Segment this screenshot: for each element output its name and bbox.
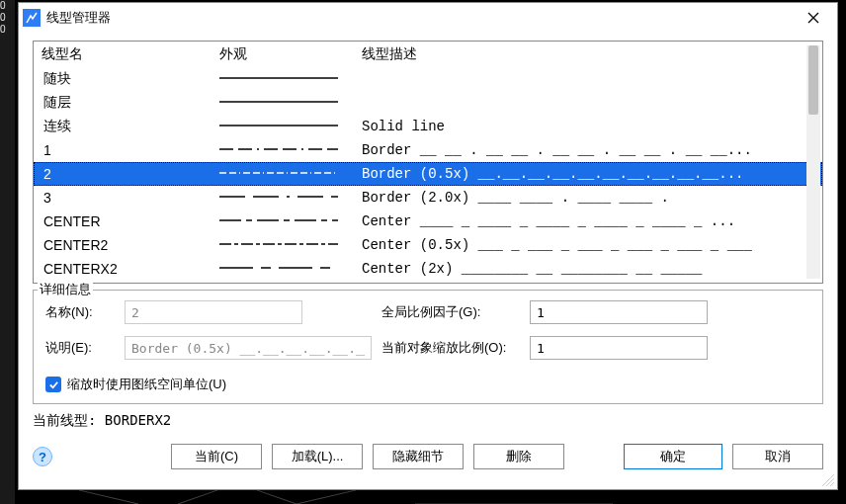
title-bar: 线型管理器 xyxy=(19,3,837,33)
row-name: 随层 xyxy=(34,94,219,112)
current-linetype-value: BORDERX2 xyxy=(105,412,171,428)
list-scrollbar[interactable] xyxy=(806,45,820,279)
row-name: 3 xyxy=(34,190,219,206)
row-desc: Border (2.0x) ____ ____ . ____ ____ . xyxy=(358,190,822,206)
table-row[interactable]: 3Border (2.0x) ____ ____ . ____ ____ . xyxy=(34,186,822,210)
row-name: 2 xyxy=(34,166,219,182)
object-scale-label: 当前对象缩放比例(O): xyxy=(381,339,530,357)
background-cad-lines xyxy=(20,490,830,504)
paperspace-check-row[interactable]: 缩放时使用图纸空间单位(U) xyxy=(45,376,727,393)
row-name: CENTERX2 xyxy=(34,261,219,277)
close-icon xyxy=(807,12,819,24)
scrollbar-thumb[interactable] xyxy=(808,45,818,115)
row-appearance xyxy=(219,142,358,159)
header-appearance[interactable]: 外观 xyxy=(219,45,358,63)
row-appearance xyxy=(219,119,358,135)
background-ruler: 0 0 0 xyxy=(0,0,15,504)
row-desc: Border __ __ . __ __ . __ __ . __ __ . _… xyxy=(358,142,822,158)
row-appearance xyxy=(219,95,358,112)
global-scale-label: 全局比例因子(G): xyxy=(381,303,530,321)
row-desc: Center ____ _ ____ _ ____ _ ____ _ ____ … xyxy=(358,213,822,229)
row-appearance xyxy=(219,166,358,183)
row-name: CENTER2 xyxy=(34,237,219,253)
list-header: 线型名 外观 线型描述 xyxy=(34,42,822,67)
table-row[interactable]: CENTER2Center (0.5x) ___ _ ___ _ ___ _ _… xyxy=(34,233,822,257)
linetype-list: 线型名 外观 线型描述 随块随层连续Solid line1Border __ _… xyxy=(33,41,823,284)
table-row[interactable]: 连续Solid line xyxy=(34,115,822,138)
app-icon xyxy=(23,9,41,27)
linetype-manager-dialog: 线型管理器 线型名 外观 线型描述 随块随层连续Solid line1Borde… xyxy=(18,2,838,490)
close-button[interactable] xyxy=(794,4,833,32)
button-bar: ? 当前(C) 加载(L)... 隐藏细节 删除 确定 取消 xyxy=(19,438,837,479)
detail-fieldset: 详细信息 名称(N): 全局比例因子(G): 说明(E): 当前对象缩放比例(O… xyxy=(33,290,823,404)
object-scale-field[interactable] xyxy=(530,336,708,360)
row-name: 随块 xyxy=(34,70,219,88)
row-desc: Solid line xyxy=(358,119,822,134)
header-desc[interactable]: 线型描述 xyxy=(358,45,822,63)
row-name: 1 xyxy=(34,142,219,158)
paperspace-checkbox[interactable] xyxy=(45,377,61,392)
name-label: 名称(N): xyxy=(45,303,125,321)
table-row[interactable]: 2Border (0.5x) __.__.__.__.__.__.__.__._… xyxy=(34,162,822,186)
cancel-button[interactable]: 取消 xyxy=(732,444,823,469)
row-desc: Center (2x) ________ __ ________ __ ____… xyxy=(358,261,822,277)
global-scale-field[interactable] xyxy=(530,300,708,324)
table-row[interactable]: CENTERCenter ____ _ ____ _ ____ _ ____ _… xyxy=(34,210,822,233)
table-row[interactable]: 随层 xyxy=(34,91,822,115)
current-linetype: 当前线型: BORDERX2 xyxy=(33,408,823,438)
row-name: CENTER xyxy=(34,213,219,229)
load-button[interactable]: 加载(L)... xyxy=(272,444,363,469)
row-appearance xyxy=(219,237,358,254)
current-linetype-label: 当前线型: xyxy=(33,412,105,428)
ok-button[interactable]: 确定 xyxy=(624,444,722,469)
table-row[interactable]: 随块 xyxy=(34,67,822,91)
row-desc: Center (0.5x) ___ _ ___ _ ___ _ ___ _ __… xyxy=(358,237,822,253)
row-desc: Border (0.5x) __.__.__.__.__.__.__.__.__… xyxy=(358,166,822,182)
header-name[interactable]: 线型名 xyxy=(34,45,219,63)
table-row[interactable]: CENTERX2Center (2x) ________ __ ________… xyxy=(34,257,822,281)
paperspace-check-label: 缩放时使用图纸空间单位(U) xyxy=(67,376,226,393)
detail-legend: 详细信息 xyxy=(38,281,93,298)
row-appearance xyxy=(219,190,358,207)
table-row[interactable]: 1Border __ __ . __ __ . __ __ . __ __ . … xyxy=(34,138,822,162)
dialog-title: 线型管理器 xyxy=(46,9,794,27)
desc-label: 说明(E): xyxy=(45,339,125,357)
current-button[interactable]: 当前(C) xyxy=(171,444,262,469)
row-appearance xyxy=(219,71,358,88)
check-icon xyxy=(48,379,59,390)
row-appearance xyxy=(219,213,358,230)
row-name: 连续 xyxy=(34,118,219,135)
hide-detail-button[interactable]: 隐藏细节 xyxy=(373,444,464,469)
delete-button[interactable]: 删除 xyxy=(473,444,564,469)
resize-grip-icon[interactable] xyxy=(821,473,835,487)
row-appearance xyxy=(219,261,358,278)
desc-field[interactable] xyxy=(125,336,372,360)
help-button[interactable]: ? xyxy=(33,447,52,466)
name-field[interactable] xyxy=(125,300,302,324)
